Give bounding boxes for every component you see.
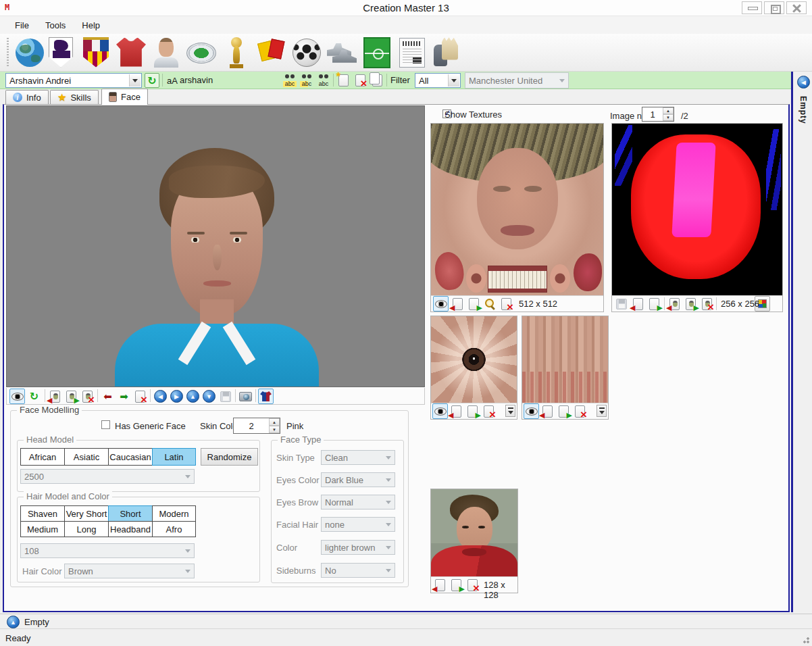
stadium-icon[interactable] [186,43,216,64]
hair-texture-export-button[interactable] [646,296,662,312]
delete-model-button[interactable] [132,389,148,404]
player-photo[interactable] [431,489,517,576]
face-texture-import-button[interactable] [450,296,465,312]
tab-skills[interactable]: Skills [50,90,99,104]
face-texture-export-button[interactable] [466,296,482,312]
hair-long-button[interactable]: Long [64,521,109,537]
hair-alpha-delete-button[interactable] [699,296,715,312]
rotate-left-button[interactable] [153,389,168,404]
referee-cards-icon[interactable] [256,36,287,69]
image-n-spinner[interactable]: 1 ▲▼ [642,107,674,122]
rotate-right-button[interactable] [169,389,184,404]
spinner-down-icon[interactable]: ▼ [663,114,674,121]
world-cup-trophy-icon[interactable] [230,37,243,68]
tab-info[interactable]: Info [5,90,49,104]
delete-head-button[interactable] [80,389,95,404]
newspaper-icon[interactable] [399,38,425,68]
close-button[interactable] [786,1,807,14]
expand-panel-button[interactable] [797,76,810,89]
randomize-button[interactable]: Randomize [201,448,258,466]
eye-texture-import-button[interactable] [449,403,464,419]
photo-export-button[interactable] [449,577,464,593]
show-kit-button[interactable] [258,389,274,404]
skin-color-spinner[interactable]: 2 ▲▼ [233,418,280,434]
head-model-african-button[interactable]: African [20,448,65,466]
football-icon[interactable] [293,39,321,67]
toolbar-grip[interactable] [7,38,9,68]
export-model-button[interactable] [116,389,132,404]
head-model-caucasian-button[interactable]: Caucasian [108,448,153,466]
hairline-texture-import-button[interactable] [540,403,555,419]
eye-texture-image[interactable] [431,316,517,403]
hair-texture-image[interactable] [612,124,782,295]
pitch-icon[interactable] [363,37,390,68]
photo-import-button[interactable] [432,577,448,593]
face-texture-visible-button[interactable] [433,296,449,312]
face-texture-delete-button[interactable] [499,296,514,312]
spinner-up-icon[interactable]: ▲ [663,107,674,114]
player-face-icon[interactable] [151,36,182,69]
hair-medium-button[interactable]: Medium [20,521,65,537]
maximize-button[interactable] [764,1,784,14]
eye-texture-delete-button[interactable] [481,403,497,419]
filter-combobox[interactable]: All [415,73,461,88]
boots-icon[interactable] [326,36,357,69]
minimize-button[interactable] [742,1,762,14]
chevron-down-icon[interactable] [448,74,459,86]
face-texture-image[interactable] [431,124,603,295]
hair-alpha-import-button[interactable] [667,296,682,312]
fc-barcelona-icon[interactable] [83,37,109,68]
match-case-button[interactable]: aA [165,73,180,88]
rotate-down-button[interactable] [201,389,217,404]
head-model-latin-button[interactable]: Latin [152,448,196,466]
home-kit-icon[interactable] [116,38,146,67]
menu-help[interactable]: Help [74,18,108,33]
hair-afro-button[interactable]: Afro [152,521,196,537]
eye-texture-options-dropdown[interactable] [505,405,515,417]
rotate-up-button[interactable] [185,389,201,404]
hair-alpha-export-button[interactable] [683,296,699,312]
expand-bottom-panel-button[interactable] [7,616,20,628]
hairline-texture-delete-button[interactable] [572,403,588,419]
spinner-up-icon[interactable]: ▲ [269,418,280,426]
import-model-button[interactable] [100,389,116,404]
hair-short-button[interactable]: Short [108,505,153,522]
hair-shaven-button[interactable]: Shaven [20,505,65,522]
menu-file[interactable]: File [7,18,37,33]
menu-tools[interactable]: Tools [37,18,74,33]
search-query-input[interactable]: arshavin [180,75,213,85]
eye-texture-export-button[interactable] [465,403,480,419]
new-player-button[interactable] [336,73,351,88]
clone-player-button[interactable] [370,73,384,88]
premier-league-icon[interactable] [49,37,73,68]
chevron-down-icon[interactable] [129,74,141,86]
find-highlight-partial-button[interactable]: abc [299,73,314,88]
export-head-button[interactable] [64,389,79,404]
refresh-search-button[interactable] [145,73,159,88]
photo-delete-button[interactable] [465,577,480,593]
hairline-texture-image[interactable] [522,316,608,403]
player-combobox[interactable]: Arshavin Andrei [5,73,142,88]
world-icon[interactable] [16,39,44,67]
goalkeeper-gloves-icon[interactable] [432,36,463,69]
hairline-texture-export-button[interactable] [556,403,572,419]
find-plain-button[interactable]: abc [316,73,331,88]
hair-texture-import-button[interactable] [630,296,646,312]
face-texture-zoom-button[interactable] [482,296,498,312]
eye-texture-visible-button[interactable] [432,403,448,419]
delete-player-button[interactable] [353,73,367,88]
head-model-asiatic-button[interactable]: Asiatic [64,448,109,466]
hair-modern-button[interactable]: Modern [152,505,196,522]
screenshot-button[interactable] [238,389,253,404]
tab-face[interactable]: Face [101,89,148,105]
find-highlight-all-button[interactable]: abc [282,73,297,88]
hairline-texture-visible-button[interactable] [524,403,539,419]
hairline-texture-options-dropdown[interactable] [597,405,607,417]
spinner-down-icon[interactable]: ▼ [269,426,280,433]
has-generic-face-checkbox[interactable] [101,420,110,429]
preview-refresh-button[interactable] [26,389,42,404]
import-head-button[interactable] [47,389,63,404]
resize-grip[interactable] [802,636,810,644]
side-panel-tab[interactable]: Empty [798,96,808,124]
hair-headband-button[interactable]: Headband [108,521,153,537]
